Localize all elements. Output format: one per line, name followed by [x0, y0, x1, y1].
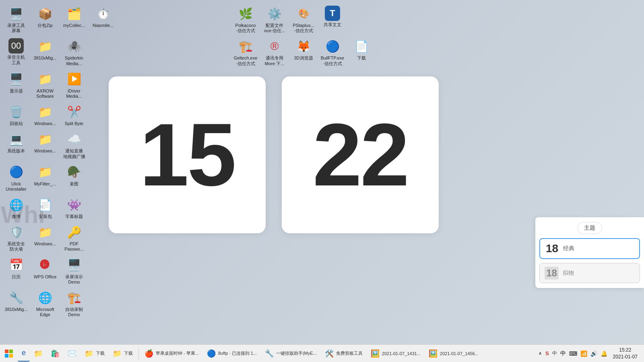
- display-label: 显示器: [10, 88, 23, 94]
- taskbar-ie[interactable]: e: [18, 346, 30, 362]
- svg-rect-3: [9, 354, 13, 358]
- browser3d-label: 3D浏览器: [294, 56, 313, 61]
- icon-rectool[interactable]: 🖥️ 录屏工具屏幕: [2, 3, 31, 36]
- download-taskbar-label: 下载: [96, 350, 105, 356]
- volume-icon[interactable]: 🔊: [590, 350, 598, 358]
- taskbar-helper-app[interactable]: 🔧 一键排版助手(MyE...: [261, 346, 321, 362]
- icon-display[interactable]: 🖥️ 显示器: [2, 69, 31, 101]
- icon-splitzip[interactable]: 📦 分包Zip: [31, 3, 60, 36]
- 00tool-label: 录音主机工具: [7, 55, 25, 65]
- taskbar-explorer[interactable]: 📁: [30, 346, 47, 362]
- icon-hanzi[interactable]: 👾 字幕标题: [60, 194, 89, 222]
- taskbar-download[interactable]: 📁 下载: [80, 346, 109, 362]
- whi-text: Whi: [1, 203, 45, 227]
- icon-sysver[interactable]: 💻 系统版本: [2, 129, 31, 161]
- icon-3810b[interactable]: 🔧 3810xMig...: [2, 287, 31, 320]
- icon-broadcast[interactable]: ☁️ 通知直播地视频广播: [60, 129, 89, 161]
- icon-edge[interactable]: 🌐 MicrosoftEdge: [31, 287, 60, 320]
- panel-selected-row[interactable]: 18 经典: [539, 238, 640, 259]
- tray-overflow-button[interactable]: ∧: [537, 350, 543, 357]
- panel-alt-row[interactable]: 18 拟物: [539, 263, 640, 283]
- icon-polka[interactable]: 🌿 Polkacoco·信任方式: [231, 3, 260, 36]
- icon-axrw[interactable]: 📁 AXROWSoftware: [31, 69, 60, 101]
- icon-udisk[interactable]: 🔵 UlickUninstaller: [2, 162, 31, 194]
- download-taskbar-icon: 📁: [85, 349, 93, 358]
- icon-row-2: 00 录音主机工具 📁 3810xMig... 🕷️ SpiderkinMedi…: [2, 36, 118, 68]
- typing-label: 共享文文: [324, 22, 341, 27]
- icon-driver[interactable]: ▶️ iDriverMedia...: [60, 69, 89, 101]
- freetool-icon: 🛠️: [325, 349, 334, 358]
- icon-calendar[interactable]: 📅 日历: [2, 255, 31, 287]
- icon-windows2[interactable]: 📁 Windows...: [31, 129, 60, 161]
- taskbar-clock[interactable]: 15:22 2021-01-07: [610, 347, 641, 360]
- polka-label: Polkacoco·信任方式: [235, 23, 256, 33]
- icon-spiderking[interactable]: 🕷️ SpiderkinMedia...: [60, 36, 89, 68]
- icon-pstaplus[interactable]: 🎨 PStaplus...·信任方式: [289, 3, 318, 36]
- icon-geltech[interactable]: 🏗️ Geltech.exe·信任方式: [231, 36, 260, 68]
- notification-icon[interactable]: 🔔: [600, 350, 608, 358]
- icon-recycle[interactable]: 🗑️ 回收站: [2, 101, 31, 129]
- 00tool-icon: 00: [8, 38, 24, 53]
- icon-mycollect[interactable]: 🗂️ myCollec...: [60, 3, 89, 36]
- taskbar: e 📁 🛍️ ✉️ 📁 下载 📁 下载 🍎 苹果桌面时钟 - 苹果...: [0, 344, 644, 362]
- icon-regex[interactable]: ®️ 通讯专用More·下...: [260, 36, 289, 68]
- icon-password[interactable]: 🔑 PDFPasswo...: [60, 222, 89, 254]
- icon-splitbyte[interactable]: ✂️ Split Byte: [60, 101, 89, 129]
- icon-00tool[interactable]: 00 录音主机工具: [2, 36, 31, 68]
- taskbar-img1[interactable]: 🖼️ 2021-01-07_1431...: [367, 346, 425, 362]
- taskbar-bullftp[interactable]: 🔵 8uftp · 已连接到 1...: [203, 346, 261, 362]
- icon-download[interactable]: 📄 下载: [347, 36, 376, 68]
- icon-browser3d[interactable]: 🦊 3D浏览器: [289, 36, 318, 68]
- windows1-label: Windows...: [34, 121, 56, 126]
- icon-typing[interactable]: T 共享文文: [318, 3, 347, 36]
- icon-niaomiles[interactable]: ⏱️ Niaomile...: [89, 3, 118, 36]
- taskbar-img2[interactable]: 🖼️ 2021-01-07_1456...: [425, 346, 483, 362]
- browser3d-icon: 🦊: [295, 38, 312, 54]
- wps-tray-icon: S: [545, 350, 549, 356]
- windows-logo-icon: [4, 349, 13, 358]
- explorer-icon: 📁: [34, 349, 43, 358]
- icon-configfile[interactable]: ⚙️ 配置文件oce·信任...: [260, 3, 289, 36]
- start-button[interactable]: [0, 345, 18, 362]
- input-method-icon[interactable]: 中: [559, 349, 567, 358]
- firewall-label: 系统安全防火墙: [7, 241, 25, 252]
- driver-icon: ▶️: [66, 71, 82, 87]
- icon-myfilter[interactable]: 📁 MyFilter_...: [31, 162, 60, 194]
- keyboard-icon: ⌨: [568, 350, 578, 358]
- axrw-icon: 📁: [37, 71, 53, 87]
- windows2-label: Windows...: [34, 148, 56, 154]
- hanzi-icon: 👾: [66, 197, 82, 213]
- icon-windows1[interactable]: 📁 Windows...: [31, 101, 60, 129]
- icon-wps[interactable]: 🅦 WPS Office: [31, 255, 60, 287]
- taskbar-divider: [138, 348, 139, 359]
- panel-title: 主题: [584, 224, 595, 232]
- mail-icon: ✉️: [68, 349, 76, 358]
- card-right: 22: [282, 76, 439, 233]
- icon-3810[interactable]: 📁 3810xMig...: [31, 36, 60, 68]
- right-panel: 主题 18 经典 18 拟物: [535, 217, 644, 288]
- calendar-icon: 📅: [8, 257, 24, 273]
- axrw-label: AXROWSoftware: [36, 88, 54, 99]
- taskbar-mail[interactable]: ✉️: [64, 346, 80, 362]
- taskbar-freetool[interactable]: 🛠️ 免费剪板工具: [321, 346, 367, 362]
- taskbar-filemanager2[interactable]: 📁 下载: [109, 346, 137, 362]
- taskbar-appletimer[interactable]: 🍎 苹果桌面时钟 - 苹果...: [140, 346, 203, 362]
- panel-alt-label: 拟物: [563, 269, 574, 277]
- icon-screendemo[interactable]: 🖥️ 录屏演示Demo: [60, 255, 89, 287]
- icon-autodemo[interactable]: 🏗️ 自动录制Demo: [60, 287, 89, 320]
- svg-rect-0: [5, 350, 8, 353]
- taskbar-store[interactable]: 🛍️: [47, 346, 64, 362]
- icon-shuitu[interactable]: 🪖 束图: [60, 162, 89, 194]
- regex-icon: ®️: [266, 38, 283, 54]
- icon-row-1: 🖥️ 录屏工具屏幕 📦 分包Zip 🗂️ myCollec... ⏱️ Niao…: [2, 3, 118, 36]
- 3810b-icon: 🔧: [8, 290, 24, 306]
- img1-label: 2021-01-07_1431...: [382, 351, 421, 356]
- shuitu-label: 束图: [70, 181, 78, 187]
- img2-icon: 🖼️: [429, 349, 438, 358]
- icon-bullftp[interactable]: 🔵 BullFTP.exe·信任方式: [318, 36, 347, 68]
- desktop: 🖥️ 录屏工具屏幕 📦 分包Zip 🗂️ myCollec... ⏱️ Niao…: [0, 0, 644, 362]
- ie-icon: e: [22, 349, 26, 357]
- splitbyte-icon: ✂️: [66, 104, 82, 120]
- lang-cn-icon[interactable]: 中: [552, 350, 557, 357]
- pstaplus-label: PStaplus...·信任方式: [293, 23, 314, 33]
